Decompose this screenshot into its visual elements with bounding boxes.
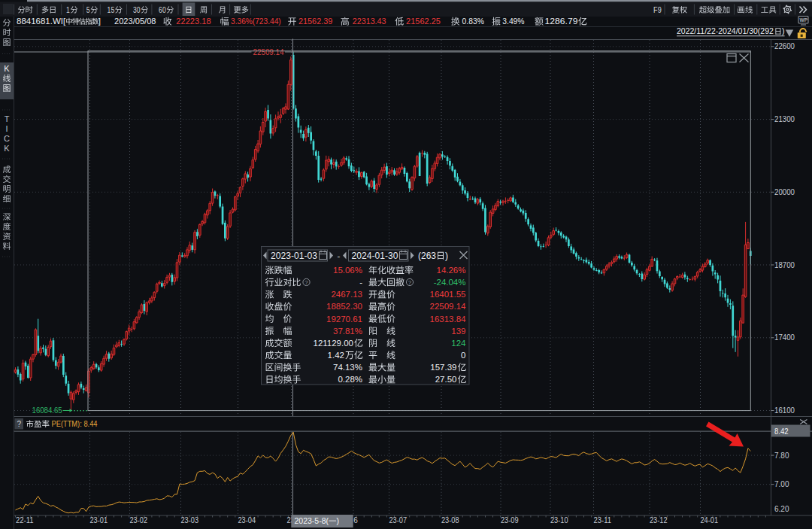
svg-text:23-09: 23-09 xyxy=(501,516,519,524)
svg-text:1286.79: 1286.79 xyxy=(545,17,578,26)
svg-text:60: 60 xyxy=(159,5,166,14)
svg-text:0: 0 xyxy=(461,351,465,360)
svg-text:3.36%(723.44): 3.36%(723.44) xyxy=(231,17,281,26)
svg-text:1.42: 1.42 xyxy=(328,351,344,360)
svg-text:8841681.WI[: 8841681.WI[ xyxy=(17,17,66,26)
svg-text:24-01: 24-01 xyxy=(701,516,719,524)
svg-text:T: T xyxy=(5,114,10,123)
svg-text:8.42: 8.42 xyxy=(774,427,789,436)
svg-text:?: ? xyxy=(17,420,21,428)
svg-text:16084.65: 16084.65 xyxy=(32,406,62,415)
svg-text:21562.39: 21562.39 xyxy=(298,17,332,26)
svg-text:23-01: 23-01 xyxy=(90,516,108,524)
svg-text:30: 30 xyxy=(133,5,141,14)
svg-text:): ) xyxy=(337,516,340,525)
svg-text:37.81%: 37.81% xyxy=(333,327,362,336)
svg-text:2023-01-03: 2023-01-03 xyxy=(271,251,317,261)
svg-text:22-11: 22-11 xyxy=(16,516,34,524)
svg-text:22509.14: 22509.14 xyxy=(253,48,284,56)
svg-text:7.80: 7.80 xyxy=(774,451,789,460)
svg-text:14.26%: 14.26% xyxy=(436,266,465,275)
svg-text:23-03: 23-03 xyxy=(181,516,199,524)
svg-text:1: 1 xyxy=(66,5,70,14)
svg-text:19270.61: 19270.61 xyxy=(326,315,362,324)
svg-text:5: 5 xyxy=(86,5,90,14)
svg-text:-24.04%: -24.04% xyxy=(434,278,466,287)
svg-text:121129.00: 121129.00 xyxy=(313,339,353,348)
svg-text:2023-5-8(: 2023-5-8( xyxy=(295,516,329,525)
svg-text:]: ] xyxy=(98,17,101,26)
svg-text:23-12: 23-12 xyxy=(650,516,668,524)
svg-text:?: ? xyxy=(304,279,308,286)
svg-text:74.13%: 74.13% xyxy=(333,363,362,372)
svg-text:I: I xyxy=(5,124,8,133)
svg-text:15: 15 xyxy=(108,5,115,14)
svg-text:): ) xyxy=(445,251,448,261)
svg-text:16313.84: 16313.84 xyxy=(430,315,467,324)
svg-text:21562.25: 21562.25 xyxy=(406,17,441,26)
svg-text:16100: 16100 xyxy=(774,406,795,415)
svg-text:0.83%: 0.83% xyxy=(462,17,484,26)
svg-text:-: - xyxy=(359,278,362,287)
svg-text:139: 139 xyxy=(451,327,465,336)
svg-text:23-08: 23-08 xyxy=(441,516,459,524)
svg-text:15.06%: 15.06% xyxy=(333,266,362,275)
svg-text:124: 124 xyxy=(451,339,466,348)
svg-text:2022/11/22-2024/01/30(292: 2022/11/22-2024/01/30(292 xyxy=(677,26,774,35)
svg-text:18700: 18700 xyxy=(774,261,795,269)
svg-text:17400: 17400 xyxy=(774,333,795,342)
svg-text:2467.13: 2467.13 xyxy=(331,290,362,299)
svg-text:6: 6 xyxy=(353,516,358,524)
svg-text:): ) xyxy=(782,26,785,35)
svg-text:23-11: 23-11 xyxy=(594,516,612,524)
svg-text:22313.43: 22313.43 xyxy=(353,17,386,26)
svg-text:22509.14: 22509.14 xyxy=(430,302,467,311)
svg-text:23-10: 23-10 xyxy=(550,516,568,524)
svg-text:27.50: 27.50 xyxy=(435,375,457,384)
svg-text:23-02: 23-02 xyxy=(130,516,148,524)
svg-text:21300: 21300 xyxy=(774,115,795,123)
svg-text:(263: (263 xyxy=(418,251,436,261)
svg-text:157.39: 157.39 xyxy=(430,363,456,372)
svg-text:6.20: 6.20 xyxy=(774,505,789,513)
svg-text:WP: WP xyxy=(800,17,808,23)
svg-text:7.00: 7.00 xyxy=(774,480,789,488)
svg-text:2024-01-30: 2024-01-30 xyxy=(352,251,398,261)
svg-text:23-04: 23-04 xyxy=(238,516,256,524)
svg-text:PE(TTM): 8.44: PE(TTM): 8.44 xyxy=(52,420,98,428)
svg-text:K: K xyxy=(4,144,10,153)
svg-text:-: - xyxy=(338,251,341,260)
svg-text:16401.55: 16401.55 xyxy=(430,290,466,299)
svg-text:20000: 20000 xyxy=(774,188,795,196)
svg-text:C: C xyxy=(4,134,10,143)
svg-text:22600: 22600 xyxy=(774,42,795,50)
svg-text:?: ? xyxy=(408,279,412,286)
svg-text:0.28%: 0.28% xyxy=(338,375,362,384)
svg-text:F9: F9 xyxy=(653,5,662,14)
svg-text:2023/05/08: 2023/05/08 xyxy=(114,17,156,26)
svg-text:23-07: 23-07 xyxy=(389,516,408,524)
svg-text:3.49%: 3.49% xyxy=(502,17,524,26)
svg-text:K: K xyxy=(4,64,10,73)
svg-text:18852.30: 18852.30 xyxy=(326,302,362,311)
svg-text:22223.18: 22223.18 xyxy=(176,17,211,26)
